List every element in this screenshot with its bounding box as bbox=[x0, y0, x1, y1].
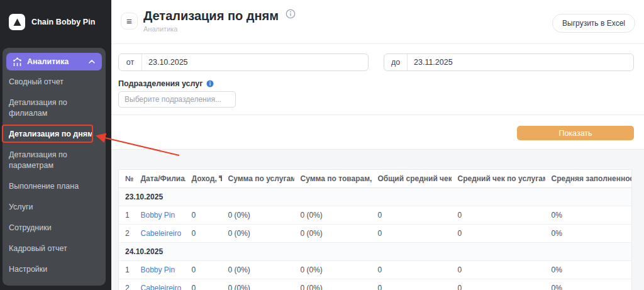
table-cell: 0 bbox=[186, 225, 222, 243]
column-header-2: Доход, ₸ bbox=[186, 170, 222, 188]
table-cell: 0 (0%) bbox=[294, 279, 372, 290]
sidebar-item-label: Детализация по филиалам bbox=[9, 98, 67, 118]
daily-details-table: №Дата/ФилиалДоход, ₸Сумма по услугам, ₸С… bbox=[118, 169, 632, 290]
sidebar-section-analytics[interactable]: Аналитика bbox=[6, 53, 102, 70]
column-header-7: Средняя заполненность bbox=[545, 170, 632, 188]
info-filled-icon[interactable] bbox=[206, 80, 214, 87]
table-cell: 0% bbox=[545, 225, 632, 243]
sidebar-item-label: Выполнение плана bbox=[9, 182, 79, 191]
column-header-0: № bbox=[119, 170, 135, 188]
table-cell: 0 (0%) bbox=[222, 279, 294, 290]
date-from-field[interactable]: от bbox=[118, 53, 369, 71]
sidebar-menu: Аналитика Сводный отчетДетализация по фи… bbox=[3, 48, 106, 286]
sidebar-item-label: Сотрудники bbox=[9, 223, 52, 232]
chevron-up-icon bbox=[88, 59, 96, 65]
table-cell: 0 bbox=[452, 261, 545, 279]
hamburger-menu-button[interactable]: ≡ bbox=[121, 13, 138, 30]
branch-cell: Cabeleireiro bbox=[135, 225, 186, 243]
departments-label: Подразделения услуг bbox=[118, 79, 203, 88]
sidebar-item-1[interactable]: Детализация по филиалам bbox=[3, 92, 106, 124]
branch-link[interactable]: Bobby Pin bbox=[141, 211, 175, 220]
app-title: Chain Bobby Pin bbox=[31, 18, 96, 26]
date-range-row: от до bbox=[118, 53, 634, 71]
date-group-label: 23.10.2025 bbox=[119, 188, 632, 206]
table-cell: 0 bbox=[452, 225, 545, 243]
date-to-label: до bbox=[384, 54, 408, 70]
sidebar-item-2[interactable]: Детализация по дням bbox=[3, 124, 106, 145]
date-group-row: 23.10.2025 bbox=[119, 188, 632, 206]
table-cell: 0 bbox=[186, 279, 222, 290]
table-cell: 0% bbox=[545, 206, 632, 225]
date-to-input[interactable] bbox=[408, 58, 633, 67]
table-cell: 0 (0%) bbox=[294, 261, 372, 279]
page-title: Детализация по дням bbox=[143, 9, 279, 23]
departments-select[interactable]: Выберите подразделения... bbox=[118, 91, 236, 108]
date-from-input[interactable] bbox=[142, 58, 368, 67]
sidebar-item-label: Детализация по дням bbox=[9, 130, 93, 138]
table-cell: 0 (0%) bbox=[222, 225, 294, 243]
table-cell: 0% bbox=[545, 279, 632, 290]
table-cell: 0 (0%) bbox=[294, 206, 372, 225]
sidebar-items: Сводный отчетДетализация по филиаламДета… bbox=[3, 72, 106, 280]
sidebar-item-label: Сводный отчет bbox=[9, 77, 64, 86]
info-icon[interactable] bbox=[286, 9, 296, 21]
table-cell: 0 bbox=[372, 206, 452, 225]
table-cell: 1 bbox=[119, 206, 135, 225]
table-row: 1Bobby Pin00 (0%)0 (0%)000% bbox=[119, 206, 632, 225]
column-header-5: Общий средний чек, ₸ bbox=[372, 170, 452, 188]
date-to-field[interactable]: до bbox=[384, 53, 634, 71]
table-cell: 1 bbox=[119, 261, 135, 279]
sidebar-item-label: Услуги bbox=[9, 203, 33, 211]
table-header-row: №Дата/ФилиалДоход, ₸Сумма по услугам, ₸С… bbox=[119, 170, 632, 188]
app-logo bbox=[9, 14, 25, 30]
departments-label-row: Подразделения услуг bbox=[118, 79, 634, 88]
sidebar-item-5[interactable]: Услуги bbox=[3, 197, 106, 218]
sidebar: Chain Bobby Pin Аналитика Сводный отчетД… bbox=[0, 0, 111, 290]
sidebar-item-3[interactable]: Детализация по параметрам bbox=[3, 145, 106, 176]
sidebar-item-7[interactable]: Кадровый отчет bbox=[3, 238, 106, 259]
branch-cell: Bobby Pin bbox=[135, 261, 186, 279]
branch-link[interactable]: Bobby Pin bbox=[141, 265, 175, 274]
column-header-6: Средний чек по услугам, ₸ bbox=[452, 170, 545, 188]
results-table-section: №Дата/ФилиалДоход, ₸Сумма по услугам, ₸С… bbox=[111, 149, 644, 290]
filters-panel: от до Подразделения услуг Выберите подра… bbox=[111, 44, 644, 140]
sidebar-section-label: Аналитика bbox=[27, 57, 69, 66]
filters-divider bbox=[111, 114, 644, 115]
chart-icon bbox=[13, 57, 22, 67]
sidebar-item-0[interactable]: Сводный отчет bbox=[3, 72, 106, 92]
bobby-pin-logo-icon bbox=[13, 18, 22, 27]
column-header-1: Дата/Филиал bbox=[135, 170, 186, 188]
show-button[interactable]: Показать bbox=[517, 126, 634, 140]
column-header-3: Сумма по услугам, ₸ bbox=[222, 170, 294, 188]
date-group-row: 24.10.2025 bbox=[119, 243, 632, 261]
sidebar-item-4[interactable]: Выполнение плана bbox=[3, 176, 106, 197]
export-excel-button[interactable]: Выгрузить в Excel bbox=[552, 14, 635, 33]
title-block: Детализация по дням Аналитика bbox=[143, 9, 296, 33]
table-cell: 0 bbox=[452, 206, 545, 225]
table-cell: 0 (0%) bbox=[222, 261, 294, 279]
table-cell: 0 bbox=[372, 279, 452, 290]
branch-link[interactable]: Cabeleireiro bbox=[141, 229, 182, 238]
table-cell: 0 bbox=[186, 206, 222, 225]
sidebar-item-8[interactable]: Настройки bbox=[3, 259, 106, 280]
branch-cell: Bobby Pin bbox=[135, 206, 186, 225]
breadcrumb: Аналитика bbox=[143, 25, 296, 33]
column-header-4: Сумма по товарам, ₸ bbox=[294, 170, 372, 188]
sidebar-item-label: Настройки bbox=[9, 265, 47, 274]
table-cell: 0% bbox=[545, 261, 632, 279]
table-cell: 0 bbox=[372, 225, 452, 243]
main-content: ≡ Детализация по дням Аналитика Выгрузит… bbox=[111, 0, 644, 290]
sidebar-item-6[interactable]: Сотрудники bbox=[3, 218, 106, 238]
table-cell: 0 bbox=[372, 261, 452, 279]
table-cell: 2 bbox=[119, 225, 135, 243]
table-cell: 0 (0%) bbox=[222, 206, 294, 225]
branch-link[interactable]: Cabeleireiro bbox=[141, 284, 182, 290]
table-cell: 0 (0%) bbox=[294, 225, 372, 243]
sidebar-item-label: Детализация по параметрам bbox=[9, 150, 67, 170]
sidebar-item-label: Кадровый отчет bbox=[9, 244, 67, 253]
logo-row: Chain Bobby Pin bbox=[0, 0, 111, 30]
show-button-row: Показать bbox=[118, 126, 634, 140]
table-row: 1Bobby Pin00 (0%)0 (0%)000% bbox=[119, 261, 632, 279]
table-row: 2Cabeleireiro00 (0%)0 (0%)000% bbox=[119, 279, 632, 290]
branch-cell: Cabeleireiro bbox=[135, 279, 186, 290]
